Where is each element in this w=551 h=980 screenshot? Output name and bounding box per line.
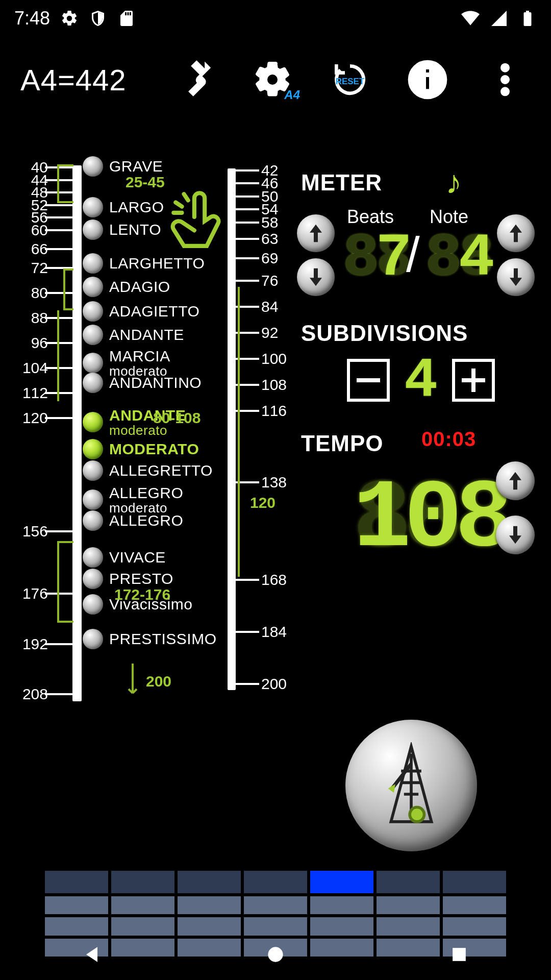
right-tick bbox=[236, 182, 259, 184]
tempo-marking-item[interactable]: ANDANTE bbox=[83, 325, 184, 345]
tempo-marking-ball bbox=[83, 325, 103, 345]
right-tick bbox=[236, 169, 259, 172]
right-tick bbox=[236, 238, 259, 240]
tempo-marking-ball bbox=[83, 460, 103, 481]
right-tick-label: 100 bbox=[261, 350, 297, 368]
overflow-menu-button[interactable] bbox=[480, 54, 531, 105]
android-status-bar: 7:48 bbox=[0, 0, 551, 37]
note-down-button[interactable] bbox=[497, 258, 535, 296]
svg-rect-1 bbox=[425, 76, 430, 90]
tempo-section: TEMPO 00:03 888 108 888 bbox=[301, 431, 541, 594]
tempo-marking-item[interactable]: LENTO bbox=[83, 219, 161, 240]
tempo-marking-item[interactable]: ALLEGRETTO bbox=[83, 460, 213, 481]
start-stop-button[interactable] bbox=[345, 720, 477, 851]
tempo-marking-item[interactable]: VIVACE bbox=[83, 547, 166, 568]
tuning-fork-button[interactable] bbox=[169, 54, 220, 105]
tempo-marking-label: LARGHETTO bbox=[109, 255, 205, 272]
wifi-icon bbox=[461, 9, 480, 28]
tempo-marking-label: LENTO bbox=[109, 222, 161, 238]
right-tick-label: 63 bbox=[261, 230, 297, 248]
tempo-marking-ball bbox=[83, 353, 103, 373]
tempo-marking-item[interactable]: ADAGIO bbox=[83, 277, 170, 297]
tempo-marking-ball bbox=[83, 629, 103, 649]
tempo-marking-item[interactable]: LARGHETTO bbox=[83, 253, 205, 274]
tempo-marking-ball bbox=[83, 277, 103, 297]
a4-settings-button[interactable]: A4 bbox=[247, 54, 298, 105]
beats-display[interactable]: 88 87 bbox=[343, 207, 414, 289]
beat-cell[interactable] bbox=[310, 871, 373, 893]
tempo-marking-scale[interactable]: 4044485256606672808896104112120156176192… bbox=[0, 153, 286, 730]
vivacissimo-range: 172-176 bbox=[114, 586, 170, 603]
beat-cell[interactable] bbox=[45, 896, 108, 914]
tempo-marking-label: VIVACE bbox=[109, 549, 166, 566]
tempo-marking-item[interactable]: ADAGIETTO bbox=[83, 301, 199, 322]
tempo-marking-item[interactable]: ALLEGRO bbox=[83, 510, 183, 531]
subdivisions-heading: SUBDIVISIONS bbox=[301, 321, 541, 346]
left-tick bbox=[45, 216, 72, 218]
nav-home-button[interactable] bbox=[264, 943, 287, 968]
tempo-heading: TEMPO bbox=[301, 431, 383, 456]
beat-cell[interactable] bbox=[45, 871, 108, 893]
beat-cell[interactable] bbox=[111, 896, 174, 914]
left-tick-label: 192 bbox=[12, 635, 48, 653]
reset-button[interactable]: RESET bbox=[324, 54, 375, 105]
right-tick-label: 200 bbox=[261, 675, 297, 693]
tempo-marking-ball bbox=[83, 156, 103, 177]
main-content: 4044485256606672808896104112120156176192… bbox=[0, 122, 551, 800]
tempo-display[interactable]: 888 108 888 bbox=[353, 464, 506, 574]
beat-cell[interactable] bbox=[310, 896, 373, 914]
tempo-up-button[interactable] bbox=[496, 461, 535, 500]
tempo-marking-label: ALLEGRETTO bbox=[109, 462, 213, 479]
nav-back-button[interactable] bbox=[81, 943, 103, 968]
beats-up-button[interactable] bbox=[297, 214, 335, 252]
info-button[interactable] bbox=[402, 54, 453, 105]
subdiv-value[interactable]: 4 bbox=[404, 349, 438, 412]
tempo-marking-ball bbox=[83, 301, 103, 322]
beat-cell[interactable] bbox=[178, 871, 241, 893]
note-up-button[interactable] bbox=[497, 214, 535, 252]
left-tick-label: 96 bbox=[12, 334, 48, 352]
beat-cell[interactable] bbox=[377, 871, 440, 893]
beat-cell[interactable] bbox=[244, 871, 307, 893]
beat-cell[interactable] bbox=[443, 896, 506, 914]
tempo-marking-label: ADAGIO bbox=[109, 279, 170, 295]
tempo-marking-ball bbox=[83, 594, 103, 615]
beat-cell[interactable] bbox=[443, 871, 506, 893]
status-right bbox=[461, 9, 537, 28]
tempo-down-button[interactable] bbox=[496, 516, 535, 554]
tempo-marking-label: ANDANTE bbox=[109, 327, 184, 343]
beat-cell[interactable] bbox=[111, 871, 174, 893]
meter-heading: METER bbox=[301, 170, 382, 195]
beat-cell[interactable] bbox=[377, 896, 440, 914]
right-tick-label: 108 bbox=[261, 376, 297, 394]
left-tick-label: 60 bbox=[12, 222, 48, 239]
left-tick-label: 104 bbox=[12, 359, 48, 377]
beat-cell[interactable] bbox=[178, 896, 241, 914]
note-display[interactable]: 88 84 bbox=[425, 207, 497, 289]
down-arrow-icon bbox=[127, 684, 139, 699]
tempo-marking-item[interactable]: ANDANTINO bbox=[83, 373, 202, 393]
subdiv-decrement-button[interactable] bbox=[347, 359, 390, 402]
left-tick bbox=[45, 292, 72, 294]
tempo-marking-item[interactable]: MODERATO bbox=[83, 439, 199, 459]
beats-down-button[interactable] bbox=[297, 258, 335, 296]
tempo-marking-item[interactable]: LARGO bbox=[83, 197, 164, 217]
left-tick bbox=[45, 417, 72, 419]
left-tick-label: 66 bbox=[12, 240, 48, 258]
right-tick bbox=[236, 683, 259, 685]
svg-rect-2 bbox=[425, 68, 430, 73]
tempo-marking-item[interactable]: PRESTISSIMO bbox=[83, 629, 217, 649]
elapsed-timer: 00:03 bbox=[421, 428, 476, 451]
tuning-reference-display[interactable]: A4=442 bbox=[20, 63, 127, 97]
range-connector bbox=[57, 164, 59, 201]
status-left: 7:48 bbox=[14, 8, 136, 29]
left-tick-label: 72 bbox=[12, 259, 48, 277]
left-scale-bar bbox=[72, 165, 82, 701]
subdiv-increment-button[interactable] bbox=[452, 359, 495, 402]
nav-recents-button[interactable] bbox=[448, 943, 470, 968]
battery-icon bbox=[518, 9, 537, 28]
right-tick-label: 69 bbox=[261, 250, 297, 267]
andantino-range: 80-108 bbox=[153, 409, 201, 427]
beat-cell[interactable] bbox=[244, 896, 307, 914]
right-tick-label: 138 bbox=[261, 474, 297, 491]
